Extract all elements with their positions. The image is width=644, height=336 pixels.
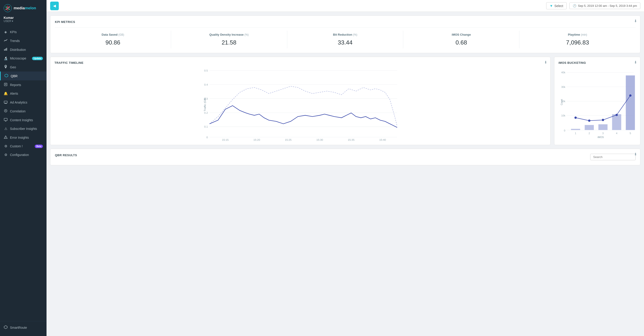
username: Kumar (4, 16, 43, 20)
kpi-value: 21.58 (173, 39, 285, 46)
sidebar-item-label: Subscriber Insights (10, 127, 37, 131)
traffic-title: TRAFFIC TIMELINE (54, 61, 546, 65)
kpi-label: Playtime (min) (521, 33, 634, 36)
ad-analytics-icon (4, 100, 8, 104)
svg-text:30k: 30k (561, 86, 565, 88)
sidebar-item-label: Reports (10, 83, 21, 87)
subscriber-insights-icon: ⚠ (4, 127, 8, 131)
correlation-icon (4, 109, 8, 113)
charts-row: ⬇ TRAFFIC TIMELINE 0.5 0.4 0.3 0.2 0.1 0… (50, 57, 640, 145)
filter-icon: ▼ (550, 4, 553, 8)
qbr-icon (4, 74, 8, 78)
traffic-download-button[interactable]: ⬇ (544, 60, 547, 65)
sidebar-item-geo[interactable]: Geo (0, 63, 46, 72)
sidebar-item-custom[interactable]: ⚙ Custom ! Beta (0, 142, 46, 151)
logo-icon (4, 4, 12, 12)
sidebar-item-subscriber-insights[interactable]: ⚠ Subscriber Insights (0, 124, 46, 133)
configuration-icon: ⚙ (4, 153, 8, 157)
svg-text:0.4: 0.4 (204, 83, 208, 86)
sidebar-item-distribution[interactable]: Distribution (0, 45, 46, 54)
kpi-label: iMOS Change (405, 33, 518, 36)
sidebar-item-label: Content Insights (10, 118, 33, 122)
imos-download-button[interactable]: ⬇ (634, 60, 637, 65)
qbr-results-card: ⬇ QBR RESULTS (50, 149, 640, 165)
sidebar-item-trends[interactable]: Trends (0, 36, 46, 45)
sidebar-item-smartroute[interactable]: SmartRoute (4, 323, 43, 331)
line-dot-4 (616, 114, 618, 116)
sidebar-item-kpis[interactable]: ◈ KPIs (0, 28, 46, 36)
sidebar-item-label: Geo (10, 65, 16, 69)
svg-rect-8 (6, 48, 7, 51)
svg-text:3: 3 (602, 132, 604, 135)
sidebar-item-alerts[interactable]: 🔔 Alerts (0, 89, 46, 98)
svg-text:4: 4 (616, 132, 617, 135)
alerts-icon: 🔔 (4, 92, 8, 96)
clock-icon: 🕐 (573, 4, 576, 8)
traffic-chart-area: 0.5 0.4 0.3 0.2 0.1 0 Traffic (GB) (54, 68, 546, 141)
sidebar-item-label: Trends (10, 39, 20, 43)
sidebar-item-configuration[interactable]: ⚙ Configuration (0, 151, 46, 159)
svg-rect-10 (4, 83, 7, 86)
topbar: ◀ ▼ Select 🕐 Sep 5, 2019 12:00 am - Sep … (46, 0, 644, 12)
line-dot-3 (602, 119, 604, 121)
content-area: ⬇ KPI METRICS Data Saved (GB) 90.86 Qual… (46, 12, 644, 336)
bar-3 (598, 124, 608, 130)
qbr-download-button[interactable]: ⬇ (634, 152, 637, 156)
sidebar-item-correlation[interactable]: Correlation (0, 107, 46, 116)
qbr-search-input[interactable] (590, 154, 636, 160)
bar-1 (571, 129, 580, 130)
svg-rect-19 (4, 118, 7, 121)
traffic-timeline-card: ⬇ TRAFFIC TIMELINE 0.5 0.4 0.3 0.2 0.1 0… (50, 57, 550, 145)
sidebar-item-label: Microscope (10, 57, 26, 60)
kpi-value: 7,096.83 (521, 39, 634, 46)
svg-text:0.5: 0.5 (204, 69, 208, 72)
select-button[interactable]: ▼ Select (546, 2, 566, 9)
qbr-results-title: QBR RESULTS (55, 153, 77, 157)
svg-text:0.1: 0.1 (204, 125, 208, 128)
sidebar-item-label: Ad Analytics (10, 101, 27, 104)
kpi-item-quality-density: Quality Density Increase (%) 21.58 (171, 31, 287, 48)
distribution-icon (4, 48, 8, 52)
select-label: Select (554, 4, 563, 8)
imos-chart-area: 40k 30k 20k 10k 0 Count (558, 68, 636, 141)
svg-rect-6 (4, 49, 5, 51)
smartroute-icon (4, 325, 8, 330)
svg-text:15:40: 15:40 (380, 138, 386, 141)
user-role[interactable]: USER ▾ (4, 20, 43, 23)
sidebar-item-qbr[interactable]: QBR (0, 72, 46, 80)
back-button[interactable]: ◀ (50, 2, 59, 10)
sidebar: mediamelon Kumar USER ▾ ◈ KPIs Trends Di… (0, 0, 46, 336)
bar-5 (626, 75, 635, 130)
sidebar-item-label: SmartRoute (10, 326, 27, 329)
kpi-value: 90.86 (57, 39, 169, 46)
svg-text:15:35: 15:35 (348, 138, 355, 141)
line-dot-5 (629, 94, 632, 97)
kpi-metrics-title: KPI METRICS (55, 20, 636, 24)
svg-text:15:15: 15:15 (222, 138, 229, 141)
logo-text: mediamelon (14, 6, 36, 11)
svg-text:0.2: 0.2 (204, 111, 208, 114)
kpi-value: 33.44 (289, 39, 402, 46)
svg-text:15:30: 15:30 (316, 138, 323, 141)
sidebar-item-label: Configuration (10, 153, 29, 157)
kpi-metrics-card: ⬇ KPI METRICS Data Saved (GB) 90.86 Qual… (50, 16, 640, 53)
svg-text:40k: 40k (561, 71, 565, 74)
sidebar-item-label: KPIs (10, 30, 17, 34)
update-badge: Update (32, 57, 43, 60)
sidebar-item-microscope[interactable]: 🔬 Microscope Update (0, 54, 46, 63)
bar-4 (612, 114, 621, 130)
svg-text:1: 1 (575, 132, 576, 135)
sidebar-item-reports[interactable]: Reports (0, 80, 46, 89)
kpi-download-button[interactable]: ⬇ (634, 19, 637, 23)
svg-text:iMOS: iMOS (598, 136, 604, 139)
qbr-header: QBR RESULTS (55, 153, 636, 161)
traffic-chart-svg: 0.5 0.4 0.3 0.2 0.1 0 Traffic (GB) (54, 68, 546, 141)
sidebar-item-error-insights[interactable]: Error Insights (0, 133, 46, 142)
kpi-label: Bit Reduction (%) (289, 33, 402, 36)
beta-badge: Beta (35, 145, 43, 148)
sidebar-item-ad-analytics[interactable]: Ad Analytics (0, 98, 46, 107)
sidebar-item-content-insights[interactable]: Content Insights (0, 116, 46, 124)
kpi-grid: Data Saved (GB) 90.86 Quality Density In… (55, 31, 636, 48)
svg-marker-9 (5, 74, 8, 77)
svg-text:2: 2 (589, 132, 590, 135)
